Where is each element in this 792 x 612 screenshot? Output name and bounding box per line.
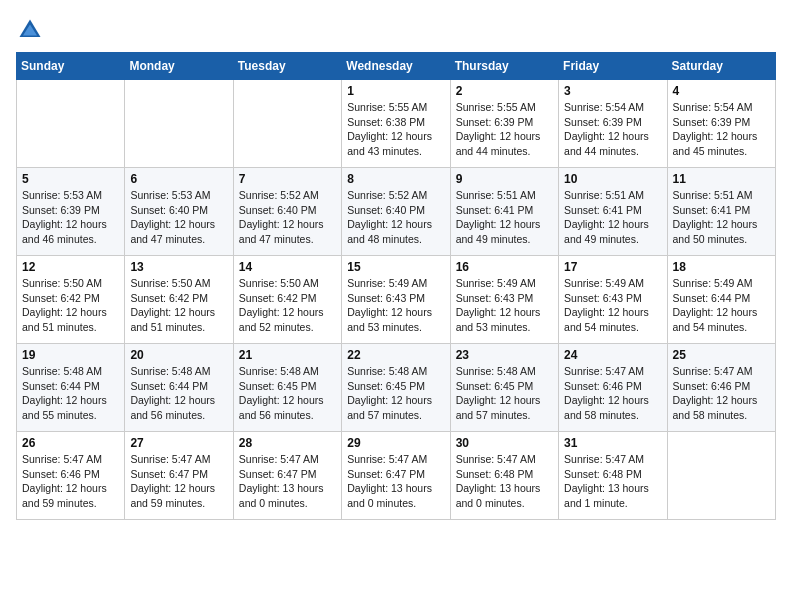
calendar-cell: 14Sunrise: 5:50 AMSunset: 6:42 PMDayligh…	[233, 256, 341, 344]
day-number: 1	[347, 84, 444, 98]
day-info: Sunrise: 5:48 AMSunset: 6:45 PMDaylight:…	[347, 364, 444, 423]
calendar-cell: 6Sunrise: 5:53 AMSunset: 6:40 PMDaylight…	[125, 168, 233, 256]
day-number: 2	[456, 84, 553, 98]
day-number: 24	[564, 348, 661, 362]
weekday-header-tuesday: Tuesday	[233, 53, 341, 80]
day-number: 13	[130, 260, 227, 274]
weekday-header-wednesday: Wednesday	[342, 53, 450, 80]
day-number: 5	[22, 172, 119, 186]
calendar-week-row: 26Sunrise: 5:47 AMSunset: 6:46 PMDayligh…	[17, 432, 776, 520]
day-info: Sunrise: 5:47 AMSunset: 6:47 PMDaylight:…	[347, 452, 444, 511]
day-number: 16	[456, 260, 553, 274]
day-number: 12	[22, 260, 119, 274]
page-header	[16, 16, 776, 44]
calendar-cell	[233, 80, 341, 168]
weekday-header-thursday: Thursday	[450, 53, 558, 80]
day-number: 28	[239, 436, 336, 450]
calendar-cell	[125, 80, 233, 168]
day-info: Sunrise: 5:52 AMSunset: 6:40 PMDaylight:…	[347, 188, 444, 247]
calendar-cell: 10Sunrise: 5:51 AMSunset: 6:41 PMDayligh…	[559, 168, 667, 256]
day-info: Sunrise: 5:51 AMSunset: 6:41 PMDaylight:…	[456, 188, 553, 247]
weekday-header-friday: Friday	[559, 53, 667, 80]
day-number: 3	[564, 84, 661, 98]
calendar-week-row: 1Sunrise: 5:55 AMSunset: 6:38 PMDaylight…	[17, 80, 776, 168]
day-number: 15	[347, 260, 444, 274]
calendar-cell: 8Sunrise: 5:52 AMSunset: 6:40 PMDaylight…	[342, 168, 450, 256]
day-info: Sunrise: 5:53 AMSunset: 6:40 PMDaylight:…	[130, 188, 227, 247]
calendar-cell: 5Sunrise: 5:53 AMSunset: 6:39 PMDaylight…	[17, 168, 125, 256]
calendar-cell: 23Sunrise: 5:48 AMSunset: 6:45 PMDayligh…	[450, 344, 558, 432]
day-info: Sunrise: 5:53 AMSunset: 6:39 PMDaylight:…	[22, 188, 119, 247]
calendar-week-row: 19Sunrise: 5:48 AMSunset: 6:44 PMDayligh…	[17, 344, 776, 432]
day-number: 14	[239, 260, 336, 274]
day-info: Sunrise: 5:47 AMSunset: 6:47 PMDaylight:…	[130, 452, 227, 511]
weekday-header-monday: Monday	[125, 53, 233, 80]
calendar-header-row: SundayMondayTuesdayWednesdayThursdayFrid…	[17, 53, 776, 80]
calendar-cell	[667, 432, 775, 520]
calendar-cell: 2Sunrise: 5:55 AMSunset: 6:39 PMDaylight…	[450, 80, 558, 168]
day-info: Sunrise: 5:51 AMSunset: 6:41 PMDaylight:…	[564, 188, 661, 247]
day-number: 6	[130, 172, 227, 186]
logo-icon	[16, 16, 44, 44]
day-info: Sunrise: 5:55 AMSunset: 6:39 PMDaylight:…	[456, 100, 553, 159]
day-info: Sunrise: 5:48 AMSunset: 6:44 PMDaylight:…	[22, 364, 119, 423]
calendar-cell: 3Sunrise: 5:54 AMSunset: 6:39 PMDaylight…	[559, 80, 667, 168]
day-info: Sunrise: 5:51 AMSunset: 6:41 PMDaylight:…	[673, 188, 770, 247]
day-info: Sunrise: 5:54 AMSunset: 6:39 PMDaylight:…	[673, 100, 770, 159]
calendar-cell: 27Sunrise: 5:47 AMSunset: 6:47 PMDayligh…	[125, 432, 233, 520]
day-number: 4	[673, 84, 770, 98]
day-number: 27	[130, 436, 227, 450]
calendar-cell: 12Sunrise: 5:50 AMSunset: 6:42 PMDayligh…	[17, 256, 125, 344]
calendar-cell	[17, 80, 125, 168]
day-info: Sunrise: 5:48 AMSunset: 6:44 PMDaylight:…	[130, 364, 227, 423]
calendar-cell: 4Sunrise: 5:54 AMSunset: 6:39 PMDaylight…	[667, 80, 775, 168]
day-info: Sunrise: 5:55 AMSunset: 6:38 PMDaylight:…	[347, 100, 444, 159]
day-number: 29	[347, 436, 444, 450]
calendar-cell: 9Sunrise: 5:51 AMSunset: 6:41 PMDaylight…	[450, 168, 558, 256]
day-info: Sunrise: 5:48 AMSunset: 6:45 PMDaylight:…	[239, 364, 336, 423]
day-number: 25	[673, 348, 770, 362]
calendar-cell: 22Sunrise: 5:48 AMSunset: 6:45 PMDayligh…	[342, 344, 450, 432]
calendar-cell: 30Sunrise: 5:47 AMSunset: 6:48 PMDayligh…	[450, 432, 558, 520]
day-info: Sunrise: 5:48 AMSunset: 6:45 PMDaylight:…	[456, 364, 553, 423]
day-number: 31	[564, 436, 661, 450]
day-info: Sunrise: 5:49 AMSunset: 6:43 PMDaylight:…	[564, 276, 661, 335]
calendar-week-row: 12Sunrise: 5:50 AMSunset: 6:42 PMDayligh…	[17, 256, 776, 344]
day-info: Sunrise: 5:49 AMSunset: 6:43 PMDaylight:…	[347, 276, 444, 335]
day-info: Sunrise: 5:49 AMSunset: 6:43 PMDaylight:…	[456, 276, 553, 335]
day-number: 22	[347, 348, 444, 362]
day-number: 20	[130, 348, 227, 362]
calendar-cell: 19Sunrise: 5:48 AMSunset: 6:44 PMDayligh…	[17, 344, 125, 432]
calendar-cell: 21Sunrise: 5:48 AMSunset: 6:45 PMDayligh…	[233, 344, 341, 432]
day-info: Sunrise: 5:50 AMSunset: 6:42 PMDaylight:…	[239, 276, 336, 335]
day-info: Sunrise: 5:49 AMSunset: 6:44 PMDaylight:…	[673, 276, 770, 335]
calendar-cell: 15Sunrise: 5:49 AMSunset: 6:43 PMDayligh…	[342, 256, 450, 344]
calendar-cell: 17Sunrise: 5:49 AMSunset: 6:43 PMDayligh…	[559, 256, 667, 344]
day-number: 26	[22, 436, 119, 450]
day-number: 21	[239, 348, 336, 362]
calendar-table: SundayMondayTuesdayWednesdayThursdayFrid…	[16, 52, 776, 520]
calendar-week-row: 5Sunrise: 5:53 AMSunset: 6:39 PMDaylight…	[17, 168, 776, 256]
day-number: 8	[347, 172, 444, 186]
day-info: Sunrise: 5:47 AMSunset: 6:48 PMDaylight:…	[456, 452, 553, 511]
calendar-cell: 26Sunrise: 5:47 AMSunset: 6:46 PMDayligh…	[17, 432, 125, 520]
day-number: 19	[22, 348, 119, 362]
weekday-header-sunday: Sunday	[17, 53, 125, 80]
calendar-cell: 1Sunrise: 5:55 AMSunset: 6:38 PMDaylight…	[342, 80, 450, 168]
calendar-cell: 11Sunrise: 5:51 AMSunset: 6:41 PMDayligh…	[667, 168, 775, 256]
day-number: 7	[239, 172, 336, 186]
calendar-cell: 25Sunrise: 5:47 AMSunset: 6:46 PMDayligh…	[667, 344, 775, 432]
day-info: Sunrise: 5:50 AMSunset: 6:42 PMDaylight:…	[130, 276, 227, 335]
weekday-header-saturday: Saturday	[667, 53, 775, 80]
day-info: Sunrise: 5:54 AMSunset: 6:39 PMDaylight:…	[564, 100, 661, 159]
calendar-cell: 18Sunrise: 5:49 AMSunset: 6:44 PMDayligh…	[667, 256, 775, 344]
calendar-cell: 31Sunrise: 5:47 AMSunset: 6:48 PMDayligh…	[559, 432, 667, 520]
calendar-cell: 20Sunrise: 5:48 AMSunset: 6:44 PMDayligh…	[125, 344, 233, 432]
calendar-cell: 24Sunrise: 5:47 AMSunset: 6:46 PMDayligh…	[559, 344, 667, 432]
day-info: Sunrise: 5:47 AMSunset: 6:46 PMDaylight:…	[22, 452, 119, 511]
logo	[16, 16, 48, 44]
day-number: 10	[564, 172, 661, 186]
calendar-cell: 7Sunrise: 5:52 AMSunset: 6:40 PMDaylight…	[233, 168, 341, 256]
calendar-cell: 13Sunrise: 5:50 AMSunset: 6:42 PMDayligh…	[125, 256, 233, 344]
day-info: Sunrise: 5:47 AMSunset: 6:46 PMDaylight:…	[564, 364, 661, 423]
